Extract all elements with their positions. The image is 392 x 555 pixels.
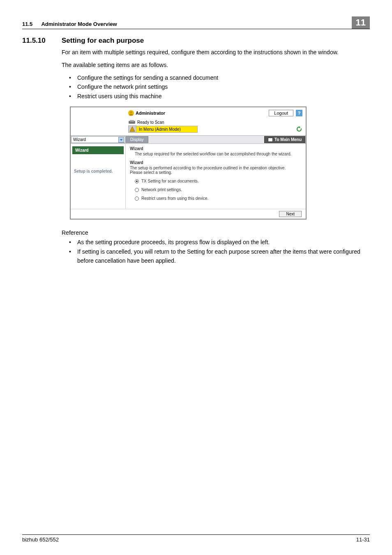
- reference-label: Reference: [62, 229, 370, 236]
- sidebar-item-wizard[interactable]: Wizard: [72, 146, 124, 154]
- wizard-desc-2a: The setup is performed according to the …: [130, 166, 302, 170]
- reference-block: Reference As the setting procedure proce…: [62, 229, 370, 265]
- radio-label: TX Setting for scan documents.: [141, 179, 199, 183]
- toolbar: Wizard Display To Main Menu: [71, 135, 306, 144]
- section-number: 11.5: [22, 21, 32, 27]
- chapter-badge: 11: [352, 16, 370, 29]
- ready-status: Ready to Scan: [137, 120, 164, 125]
- svg-marker-4: [120, 139, 122, 141]
- refresh-icon[interactable]: [296, 126, 302, 132]
- body: For an item with multiple settings requi…: [62, 48, 370, 101]
- svg-marker-3: [130, 127, 135, 132]
- intro-bullet: Configure the network print settings: [62, 82, 370, 91]
- subsection-heading: 11.5.10 Setting for each purpose: [22, 37, 370, 45]
- radio-icon: [135, 197, 139, 201]
- subsection-title: Setting for each purpose: [62, 37, 144, 45]
- radio-option-network[interactable]: Network print settings.: [130, 187, 302, 192]
- menu-icon: [268, 138, 273, 142]
- main-panel: Wizard The setup required for the select…: [126, 144, 306, 209]
- mode-label: In Menu (Admin Mode): [136, 126, 198, 133]
- intro-bullet: Restrict users using this machine: [62, 92, 370, 101]
- radio-option-tx[interactable]: TX Setting for scan documents.: [130, 179, 302, 183]
- intro-bullet: Configure the settings for sending a sca…: [62, 73, 370, 82]
- admin-label: Administrator: [136, 111, 165, 116]
- intro-paragraph-2: The available setting items are as follo…: [62, 61, 370, 69]
- wizard-desc-2b: Please select a setting.: [130, 170, 302, 175]
- page-footer: bizhub 652/552 11-31: [22, 534, 370, 543]
- admin-label-group: Administrator: [128, 110, 165, 116]
- warning-icon: [128, 125, 136, 133]
- svg-rect-2: [130, 120, 134, 122]
- wizard-heading-1: Wizard: [130, 146, 302, 151]
- help-icon[interactable]: ?: [296, 110, 302, 116]
- intro-bullets: Configure the settings for sending a sca…: [62, 73, 370, 101]
- section-title: Administrator Mode Overview: [41, 21, 117, 27]
- logout-button[interactable]: Logout: [269, 110, 293, 116]
- footer-left: bizhub 652/552: [22, 536, 59, 543]
- to-main-menu-button[interactable]: To Main Menu: [264, 136, 305, 143]
- sidebar: Wizard Setup is completed.: [71, 144, 126, 209]
- radio-icon: [135, 188, 139, 192]
- radio-option-restrict[interactable]: Restrict users from using this device.: [130, 196, 302, 201]
- admin-icon: [128, 110, 134, 116]
- running-header-left: 11.5 Administrator Mode Overview: [22, 21, 117, 27]
- next-button[interactable]: Next: [279, 211, 302, 217]
- footer-right: 11-31: [356, 536, 370, 543]
- chevron-down-icon: [118, 137, 124, 143]
- intro-paragraph-1: For an item with multiple settings requi…: [62, 48, 370, 56]
- radio-label: Restrict users from using this device.: [141, 196, 208, 201]
- app-header: Administrator Logout ? Ready to Scan: [71, 107, 306, 133]
- reference-bullet: If setting is cancelled, you will return…: [62, 247, 370, 266]
- mode-badge: In Menu (Admin Mode): [128, 125, 198, 133]
- app-window: Administrator Logout ? Ready to Scan: [70, 106, 307, 220]
- printer-status-icon: [128, 120, 136, 125]
- wizard-select[interactable]: Wizard: [71, 136, 125, 143]
- sidebar-status: Setup is completed.: [71, 169, 125, 173]
- radio-icon: [135, 179, 139, 183]
- to-main-menu-label: To Main Menu: [274, 137, 302, 142]
- screenshot-container: Administrator Logout ? Ready to Scan: [70, 106, 370, 220]
- subsection-number: 11.5.10: [22, 37, 62, 45]
- svg-point-0: [130, 111, 132, 113]
- running-header: 11.5 Administrator Mode Overview 11: [22, 16, 370, 29]
- wizard-desc-1: The setup required for the selected work…: [130, 152, 302, 156]
- reference-bullet: As the setting procedure proceeds, its p…: [62, 238, 370, 247]
- wizard-select-value: Wizard: [73, 137, 86, 142]
- reference-bullets: As the setting procedure proceeds, its p…: [62, 238, 370, 265]
- wizard-heading-2: Wizard: [130, 160, 302, 165]
- radio-label: Network print settings.: [141, 187, 182, 192]
- display-button[interactable]: Display: [126, 136, 148, 143]
- panel-footer: Next: [71, 209, 306, 219]
